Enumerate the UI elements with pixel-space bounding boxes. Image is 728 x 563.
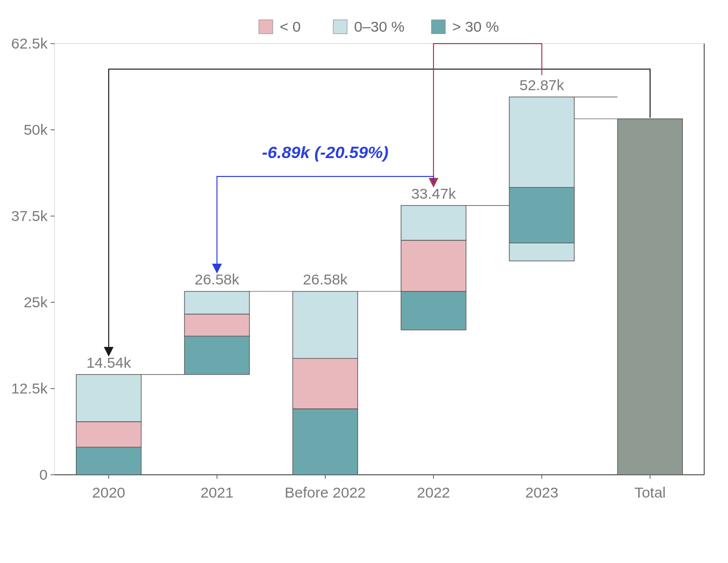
bar-value-label: 14.54k [86,354,131,371]
legend-swatch [259,20,273,34]
bar-segment [76,422,141,448]
bar-segment [509,187,574,243]
x-tick-label: 2021 [200,484,234,501]
x-tick-label: 2023 [525,484,558,501]
bar-segment [401,206,466,240]
bar-segment [509,243,574,261]
bar-segment [617,119,682,475]
bar-segment [293,358,358,409]
bar-segment [293,291,358,358]
y-tick-label: 25k [24,294,48,310]
bar-segment [184,291,249,314]
y-tick-label: 50k [24,121,48,138]
x-tick-label: Total [634,484,666,501]
plot-border [55,44,704,475]
x-tick-label: 2022 [417,484,450,501]
bar-segment [401,240,466,291]
callout-label: -6.89k (-20.59%) [262,143,388,162]
bar-value-label: 26.58k [194,271,240,287]
x-tick-label: Before 2022 [285,484,365,501]
bar-segment [509,97,574,188]
legend-swatch [431,20,445,34]
legend-label: > 30 % [452,18,499,35]
y-tick-label: 62.5k [11,35,48,52]
x-tick-label: 2020 [92,484,125,501]
bar-segment [76,447,141,475]
bar-value-label: 33.47k [411,185,456,202]
legend-label: 0–30 % [354,18,405,35]
bar-segment [293,409,358,475]
bar-segment [76,375,141,422]
bar-value-label: 52.87k [519,77,564,93]
y-tick-label: 12.5k [11,380,48,396]
bar-value-label: 26.58k [303,271,348,287]
legend-label: < 0 [280,18,301,35]
legend-swatch [333,20,347,34]
y-tick-label: 37.5k [11,208,48,224]
chart-container: 012.5k25k37.5k50k62.5k20202021Before 202… [0,0,728,563]
bar-segment [184,314,249,337]
y-tick-label: 0 [39,466,48,483]
bar-segment [184,336,249,374]
bar-segment [401,291,466,330]
